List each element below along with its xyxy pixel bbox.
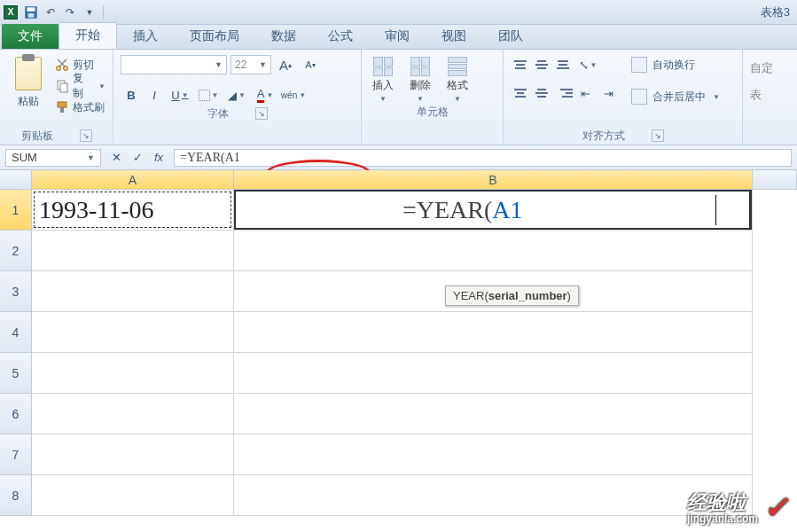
name-box-dropdown-icon[interactable]: ▼ xyxy=(87,153,95,162)
fx-button[interactable]: fx xyxy=(149,149,168,167)
row-header-5[interactable]: 5 xyxy=(0,353,32,394)
svg-point-3 xyxy=(56,66,59,70)
format-cells-button[interactable]: 格式▼ xyxy=(443,57,472,103)
align-center-button[interactable] xyxy=(532,83,551,103)
group-font: ▼ 22▼ A▴ A▾ B I U▼ ▼ ◢▼ A▼ wén▼ 字体↘ xyxy=(113,50,362,145)
svg-point-4 xyxy=(63,66,66,70)
cell-b5[interactable] xyxy=(234,353,753,394)
svg-rect-7 xyxy=(58,102,66,107)
merge-label: 合并后居中 xyxy=(652,90,706,105)
border-button[interactable]: ▼ xyxy=(195,85,222,105)
tab-insert[interactable]: 插入 xyxy=(117,24,174,49)
col-header-a[interactable]: A xyxy=(32,170,234,190)
svg-rect-8 xyxy=(60,107,64,113)
cell-b7[interactable] xyxy=(234,434,753,475)
formula-bar: SUM▼ ✕ ✓ fx =YEAR(A1 xyxy=(0,145,797,170)
align-middle-button[interactable] xyxy=(532,55,551,74)
tab-view[interactable]: 视图 xyxy=(426,24,482,49)
formula-input[interactable]: =YEAR(A1 xyxy=(174,149,792,167)
format-cells-icon xyxy=(448,57,467,76)
row-header-3[interactable]: 3 xyxy=(0,271,32,312)
font-name-combo[interactable]: ▼ xyxy=(121,55,227,74)
auto-row1[interactable]: 自定 xyxy=(750,59,789,78)
tab-layout[interactable]: 页面布局 xyxy=(174,24,255,49)
wrap-text-button[interactable]: 自动换行 xyxy=(631,55,720,74)
text-cursor xyxy=(715,195,716,225)
cell-a5[interactable] xyxy=(32,353,234,394)
phonetic-button[interactable]: wén▼ xyxy=(280,85,307,105)
enter-button[interactable]: ✓ xyxy=(128,149,147,167)
cell-a4[interactable] xyxy=(32,312,234,353)
save-icon[interactable] xyxy=(23,4,39,20)
indent-increase-button[interactable]: ⇥ xyxy=(598,83,619,103)
align-right-button[interactable] xyxy=(553,83,573,103)
cell-a8[interactable] xyxy=(32,475,234,516)
italic-button[interactable]: I xyxy=(144,85,165,105)
row-header-7[interactable]: 7 xyxy=(0,434,32,475)
delete-label: 删除 xyxy=(410,78,431,93)
b1-formula-ref: A1 xyxy=(492,196,522,224)
tab-formula[interactable]: 公式 xyxy=(312,24,369,49)
delete-cells-button[interactable]: 删除▼ xyxy=(406,57,434,103)
tab-team[interactable]: 团队 xyxy=(482,24,539,49)
tab-data[interactable]: 数据 xyxy=(255,24,312,49)
select-all-corner[interactable] xyxy=(0,170,32,190)
tab-file[interactable]: 文件 xyxy=(2,24,59,49)
ribbon-tabs: 文件 开始 插入 页面布局 数据 公式 审阅 视图 团队 xyxy=(0,25,797,50)
redo-icon[interactable]: ↷ xyxy=(62,4,78,20)
fill-color-button[interactable]: ◢▼ xyxy=(223,85,250,105)
cell-b4[interactable] xyxy=(234,312,753,353)
tab-review[interactable]: 审阅 xyxy=(369,24,426,49)
qat-dropdown-icon[interactable]: ▼ xyxy=(82,4,98,20)
tooltip-arg: serial_number xyxy=(488,289,567,302)
indent-decrease-button[interactable]: ⇤ xyxy=(574,83,596,103)
cell-b6[interactable] xyxy=(234,394,753,434)
painter-button[interactable]: 格式刷 xyxy=(55,98,105,117)
cell-b8[interactable] xyxy=(234,475,753,516)
merge-icon xyxy=(631,89,647,105)
col-header-rest[interactable] xyxy=(753,170,797,190)
merge-center-button[interactable]: 合并后居中▼ xyxy=(631,87,720,106)
cell-a3[interactable] xyxy=(32,271,234,312)
font-size-combo[interactable]: 22▼ xyxy=(231,55,271,74)
col-header-b[interactable]: B xyxy=(234,170,753,190)
font-color-button[interactable]: A▼ xyxy=(252,85,278,105)
svg-rect-1 xyxy=(27,7,35,12)
paste-icon xyxy=(15,57,42,90)
align-top-button[interactable] xyxy=(511,55,530,74)
align-launcher-icon[interactable]: ↘ xyxy=(652,129,664,142)
bold-button[interactable]: B xyxy=(121,85,142,105)
wrap-icon xyxy=(631,57,647,73)
name-box[interactable]: SUM▼ xyxy=(5,149,101,167)
cancel-button[interactable]: ✕ xyxy=(106,149,126,167)
align-left-button[interactable] xyxy=(511,83,530,103)
underline-button[interactable]: U▼ xyxy=(167,85,193,105)
paste-button[interactable]: 粘贴 xyxy=(7,53,50,127)
cell-a7[interactable] xyxy=(32,434,234,475)
cell-a6[interactable] xyxy=(32,394,234,434)
clipboard-launcher-icon[interactable]: ↘ xyxy=(80,129,92,142)
copy-button[interactable]: 复制▼ xyxy=(55,76,105,96)
orientation-button[interactable]: ⤡▼ xyxy=(574,55,601,74)
cell-a2[interactable] xyxy=(32,231,234,271)
align-bottom-button[interactable] xyxy=(553,55,573,74)
row-header-8[interactable]: 8 xyxy=(0,475,32,516)
row-header-6[interactable]: 6 xyxy=(0,394,32,434)
undo-icon[interactable]: ↶ xyxy=(43,4,59,20)
font-launcher-icon[interactable]: ↘ xyxy=(255,107,268,120)
decrease-font-button[interactable]: A▾ xyxy=(300,55,321,74)
tab-home[interactable]: 开始 xyxy=(59,22,117,49)
watermark-bottom: jingyanla.com xyxy=(687,512,758,525)
row-header-4[interactable]: 4 xyxy=(0,312,32,353)
row-header-2[interactable]: 2 xyxy=(0,231,32,271)
cell-b1[interactable]: =YEAR(A1 xyxy=(234,190,753,231)
auto-row2[interactable]: 表 xyxy=(750,85,789,105)
function-tooltip: YEAR(serial_number) xyxy=(445,286,579,306)
cell-b2[interactable] xyxy=(234,231,753,271)
a1-marching-ants xyxy=(34,192,231,228)
insert-cells-button[interactable]: 插入▼ xyxy=(369,57,397,103)
row-header-1[interactable]: 1 xyxy=(0,190,32,231)
cell-a1[interactable]: 1993-11-06 xyxy=(32,190,234,231)
increase-font-button[interactable]: A▴ xyxy=(275,55,296,74)
name-box-value: SUM xyxy=(12,151,37,164)
